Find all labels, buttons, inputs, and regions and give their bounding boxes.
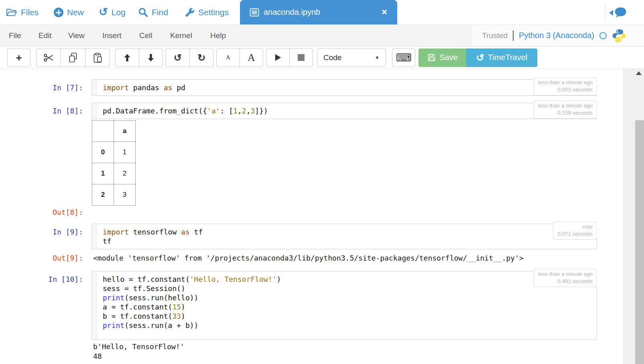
caret-down-icon: ▼ <box>375 55 380 61</box>
move-cell-down-button[interactable] <box>139 49 163 67</box>
code-input[interactable]: import pandas as pd less than a minute a… <box>91 79 597 96</box>
menu-view[interactable]: View <box>68 25 85 46</box>
kernel-name[interactable]: Python 3 (Anaconda) <box>519 31 594 40</box>
trusted-label: Trusted <box>482 31 508 40</box>
code-input[interactable]: import tensorflow as tftf now 0.071 seco… <box>91 224 597 249</box>
cut-cell-button[interactable] <box>36 49 61 67</box>
output-text: <module 'tensorflow' from '/projects/ana… <box>93 254 524 262</box>
comment-bubble-icon <box>614 7 627 18</box>
nav-new-label: New <box>67 8 84 17</box>
paste-icon <box>93 53 102 63</box>
save-button[interactable]: Save <box>418 49 467 67</box>
code-cell-9: In [9]: import tensorflow as tftf now 0.… <box>0 224 623 249</box>
scissors-icon <box>43 53 54 63</box>
dataframe-output-table: a011223 <box>92 120 136 206</box>
folder-open-icon <box>6 8 17 17</box>
nav-files-label: Files <box>21 8 39 17</box>
kernel-status-bar: Trusted Python 3 (Anaconda) <box>472 25 644 46</box>
nav-log-label: Log <box>112 8 126 17</box>
cell-timestamp: less than a minute ago 0.491 seconds <box>534 269 597 287</box>
input-prompt: In [7]: <box>0 79 86 92</box>
menu-edit[interactable]: Edit <box>39 25 52 46</box>
vertical-scrollbar-thumb[interactable] <box>635 120 644 364</box>
notebook-toolbar: + <box>0 47 644 69</box>
history-icon: ↺ <box>99 7 108 18</box>
keyboard-icon: ⌨ <box>396 51 412 64</box>
cell-type-value: Code <box>323 53 341 62</box>
tab-anaconda-ipynb[interactable]: anaconda.ipynb ✕ <box>240 0 397 24</box>
top-tab-bar: Files New ↺ Log Find Settings anaconda.i… <box>0 0 644 24</box>
undo-button[interactable]: ↺ <box>166 49 190 67</box>
paste-cell-button[interactable] <box>85 49 110 67</box>
code-input[interactable]: hello = tf.constant('Hello, TensorFlow!'… <box>91 271 597 340</box>
run-cell-button[interactable] <box>266 49 290 67</box>
tab-close-icon[interactable]: ✕ <box>381 8 388 17</box>
timetravel-history-icon: ↺ <box>476 53 484 63</box>
topbar-divider <box>605 4 605 21</box>
menu-help[interactable]: Help <box>210 25 226 46</box>
kernel-idle-indicator <box>599 32 607 39</box>
nav-settings[interactable]: Settings <box>185 0 229 24</box>
search-icon <box>138 7 148 17</box>
code-cell-10: In [10]: hello = tf.constant('Hello, Ten… <box>0 271 623 340</box>
cell-timestamp: now 0.071 seconds <box>553 222 597 240</box>
nav-find[interactable]: Find <box>138 0 168 24</box>
floppy-icon <box>427 53 436 62</box>
insert-cell-button[interactable]: + <box>7 49 30 67</box>
plus-circle-icon <box>54 8 63 17</box>
cell-gutter <box>92 224 97 249</box>
menu-kernel[interactable]: Kernel <box>170 25 192 46</box>
save-button-label: Save <box>439 53 458 62</box>
redo-button[interactable]: ↻ <box>189 49 213 67</box>
code-editor[interactable]: import tensorflow as tftf <box>97 224 597 249</box>
menu-cell[interactable]: Cell <box>139 25 152 46</box>
menu-insert[interactable]: Insert <box>102 25 122 46</box>
timetravel-button[interactable]: ↺ TimeTravel <box>466 49 537 67</box>
cell-timestamp: less than a minute ago 0.159 seconds <box>534 101 597 119</box>
code-editor[interactable]: hello = tf.constant('Hello, TensorFlow!'… <box>97 271 597 340</box>
wrench-icon <box>185 8 195 17</box>
vertical-scrollbar-track[interactable] <box>623 69 644 364</box>
copy-icon <box>68 53 78 63</box>
nav-settings-label: Settings <box>198 8 229 17</box>
nav-files[interactable]: Files <box>6 0 39 24</box>
cell-gutter <box>92 103 97 119</box>
menu-file[interactable]: File <box>9 25 21 46</box>
tab-title: anaconda.ipynb <box>264 8 320 17</box>
arrow-down-icon <box>146 53 155 62</box>
code-input[interactable]: pd.DataFrame.from_dict({'a': [1,2,3]}) l… <box>91 103 597 119</box>
input-prompt: In [9]: <box>0 224 86 236</box>
cell-type-select[interactable]: Code ▼ <box>317 49 386 67</box>
move-cell-up-button[interactable] <box>115 49 139 67</box>
redo-icon: ↻ <box>197 53 205 63</box>
stop-icon <box>298 54 305 61</box>
code-editor[interactable]: import pandas as pd <box>97 80 597 95</box>
interrupt-kernel-button[interactable] <box>289 49 313 67</box>
output-row-8: Out[8]: <box>0 208 623 216</box>
increase-font-button[interactable]: A <box>240 49 263 67</box>
trusted-divider <box>513 30 514 41</box>
decrease-font-button[interactable]: A <box>216 49 240 67</box>
notebook-area: In [7]: import pandas as pd less than a … <box>0 69 623 364</box>
nav-new[interactable]: New <box>54 0 84 24</box>
scroll-up-arrow[interactable] <box>636 71 642 75</box>
nav-log[interactable]: ↺ Log <box>99 0 126 24</box>
arrow-up-icon <box>123 53 132 62</box>
notebook-menu-bar: File Edit View Insert Cell Kernel Help T… <box>0 24 644 47</box>
plus-icon: + <box>16 53 22 63</box>
caret-left-icon <box>609 10 613 16</box>
code-cell-7: In [7]: import pandas as pd less than a … <box>0 79 623 96</box>
copy-cell-button[interactable] <box>61 49 85 67</box>
output-prompt: Out[9]: <box>0 254 86 262</box>
python-logo <box>612 28 626 43</box>
timetravel-button-label: TimeTravel <box>488 53 528 62</box>
notebook-file-icon <box>250 8 259 17</box>
input-prompt: In [10]: <box>0 271 86 283</box>
keyboard-shortcuts-button[interactable]: ⌨ <box>392 49 415 67</box>
input-prompt: In [8]: <box>0 103 86 115</box>
cell-gutter <box>92 80 97 95</box>
nav-find-label: Find <box>152 8 168 17</box>
chat-toggle-button[interactable] <box>609 7 627 18</box>
undo-icon: ↺ <box>174 53 182 63</box>
code-editor[interactable]: pd.DataFrame.from_dict({'a': [1,2,3]}) <box>97 103 597 119</box>
